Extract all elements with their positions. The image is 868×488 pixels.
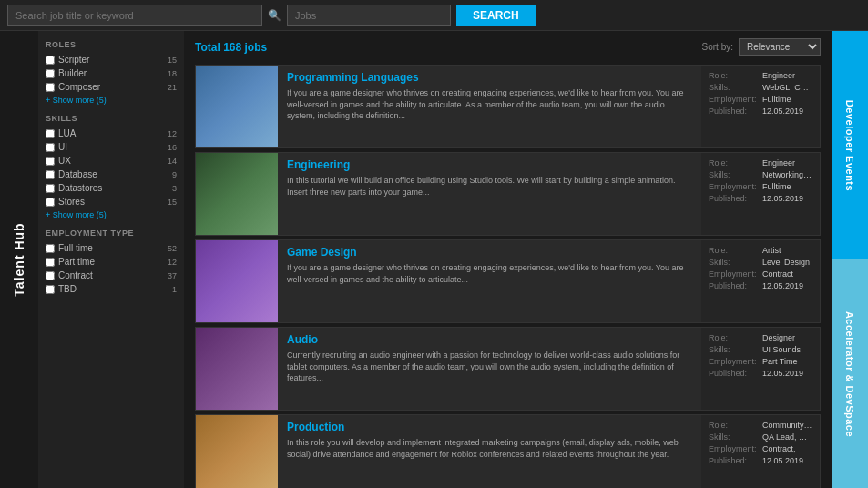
meta-published-value: 12.05.2019 — [762, 369, 803, 378]
job-card[interactable]: Game Design If you are a game designer w… — [195, 239, 821, 323]
count-tbd: 1 — [172, 285, 177, 294]
job-description: If you are a game designer who thrives o… — [287, 262, 692, 285]
meta-role-label: Role: — [709, 158, 759, 168]
filter-item-parttime: Part time 12 — [46, 257, 177, 267]
meta-skills-label: Skills: — [709, 345, 759, 354]
meta-role-value: Artist — [762, 246, 781, 255]
sidebar-filters: ROLES Scripter 15 Builder 18 Composer 21… — [38, 31, 184, 488]
count-ux: 14 — [168, 157, 177, 166]
meta-role-label: Role: — [709, 421, 759, 430]
filter-item-fulltime: Full time 52 — [46, 243, 177, 253]
filter-item-stores: Stores 15 — [46, 197, 177, 207]
checkbox-stores[interactable] — [46, 198, 55, 207]
job-description: Currently recruiting an audio engineer w… — [287, 350, 692, 384]
meta-role-label: Role: — [709, 246, 759, 255]
job-title: Audio — [287, 333, 692, 346]
filter-item-datastores: Datastores 3 — [46, 183, 177, 193]
label-ui: UI — [58, 142, 67, 152]
checkbox-lua[interactable] — [46, 129, 55, 138]
job-meta: Role: Community Ma... Skills: QA Lead, Q… — [701, 415, 820, 488]
meta-role-value: Community Ma... — [762, 421, 812, 430]
checkbox-parttime[interactable] — [46, 258, 55, 267]
job-card[interactable]: Programming Languages If you are a game … — [195, 65, 821, 148]
job-title: Production — [287, 421, 692, 433]
job-meta: Role: Artist Skills: Level Design Employ… — [701, 240, 820, 322]
accelerator-devspace-label: Accelerator & DevSpace — [844, 310, 855, 436]
meta-employment-label: Employment: — [709, 444, 759, 453]
label-contract: Contract — [58, 270, 93, 280]
meta-employment-label: Employment: — [709, 95, 759, 104]
meta-role-row: Role: Community Ma... — [709, 421, 812, 430]
count-scripter: 15 — [168, 56, 177, 65]
meta-role-value: Engineer — [762, 71, 795, 80]
checkbox-database[interactable] — [46, 170, 55, 179]
job-image — [196, 415, 278, 488]
meta-role-row: Role: Engineer — [709, 71, 812, 80]
job-image — [196, 153, 278, 235]
meta-skills-row: Skills: Networking, Sec... — [709, 170, 812, 179]
label-builder: Builder — [58, 68, 87, 78]
job-card[interactable]: Audio Currently recruiting an audio engi… — [195, 327, 821, 411]
count-ui: 16 — [168, 143, 177, 152]
job-content: Production In this role you will develop… — [278, 415, 701, 488]
count-contract: 37 — [168, 271, 177, 280]
checkbox-ux[interactable] — [46, 157, 55, 166]
job-content: Engineering In this tutorial we will bui… — [278, 153, 701, 235]
sort-select[interactable]: Relevance Date Salary — [739, 38, 821, 56]
developer-events-label: Developer Events — [844, 99, 855, 190]
label-composer: Composer — [58, 82, 100, 92]
job-content: Audio Currently recruiting an audio engi… — [278, 328, 701, 410]
meta-skills-row: Skills: QA Lead, QA Te... — [709, 432, 812, 442]
checkbox-ui[interactable] — [46, 143, 55, 152]
job-content: Programming Languages If you are a game … — [278, 66, 701, 147]
meta-employment-label: Employment: — [709, 182, 759, 191]
job-card[interactable]: Engineering In this tutorial we will bui… — [195, 152, 821, 236]
checkbox-composer[interactable] — [46, 83, 55, 92]
checkbox-scripter[interactable] — [46, 56, 55, 65]
meta-published-label: Published: — [709, 107, 759, 116]
search-location-input[interactable] — [287, 5, 451, 26]
job-title: Game Design — [287, 246, 692, 259]
search-button[interactable]: SEARCH — [456, 5, 536, 26]
roles-show-more[interactable]: + Show more (5) — [46, 96, 177, 105]
total-jobs-text: Total 168 jobs — [195, 41, 267, 54]
filter-item-contract: Contract 37 — [46, 270, 177, 280]
job-meta: Role: Engineer Skills: WebGL, CSS, HT...… — [701, 66, 820, 147]
checkbox-fulltime[interactable] — [46, 244, 55, 253]
job-image — [196, 66, 278, 147]
label-database: Database — [58, 169, 97, 179]
count-parttime: 12 — [168, 258, 177, 267]
checkbox-builder[interactable] — [46, 69, 55, 78]
meta-role-row: Role: Engineer — [709, 158, 812, 168]
meta-published-value: 12.05.2019 — [762, 281, 803, 290]
label-fulltime: Full time — [58, 243, 93, 253]
job-meta: Role: Designer Skills: UI Sounds Employm… — [701, 328, 820, 410]
filter-item-composer: Composer 21 — [46, 82, 177, 92]
meta-employment-label: Employment: — [709, 269, 759, 279]
checkbox-datastores[interactable] — [46, 184, 55, 193]
meta-skills-value: WebGL, CSS, HT... — [762, 83, 812, 92]
meta-employment-row: Employment: Part Time — [709, 357, 812, 366]
accelerator-devspace-panel[interactable]: Accelerator & DevSpace — [832, 259, 868, 488]
checkbox-contract[interactable] — [46, 271, 55, 280]
job-image-placeholder — [196, 415, 278, 488]
label-parttime: Part time — [58, 257, 95, 267]
checkbox-tbd[interactable] — [46, 285, 55, 294]
job-image — [196, 328, 278, 410]
meta-employment-value: Contract — [762, 269, 793, 279]
meta-skills-row: Skills: Level Design — [709, 258, 812, 267]
count-database: 9 — [172, 170, 177, 179]
meta-role-value: Engineer — [762, 158, 795, 168]
top-search-bar: 🔍 SEARCH — [0, 0, 868, 31]
job-description: In this tutorial we will build an office… — [287, 175, 692, 198]
job-title: Programming Languages — [287, 71, 692, 84]
job-content: Game Design If you are a game designer w… — [278, 240, 701, 322]
developer-events-panel[interactable]: Developer Events — [832, 31, 868, 259]
job-card[interactable]: Production In this role you will develop… — [195, 414, 821, 488]
filter-item-tbd: TBD 1 — [46, 284, 177, 294]
filter-item-ui: UI 16 — [46, 142, 177, 152]
search-job-input[interactable] — [7, 5, 262, 26]
roles-section-title: ROLES — [46, 40, 177, 49]
skills-show-more[interactable]: + Show more (5) — [46, 210, 177, 219]
job-meta: Role: Engineer Skills: Networking, Sec..… — [701, 153, 820, 235]
